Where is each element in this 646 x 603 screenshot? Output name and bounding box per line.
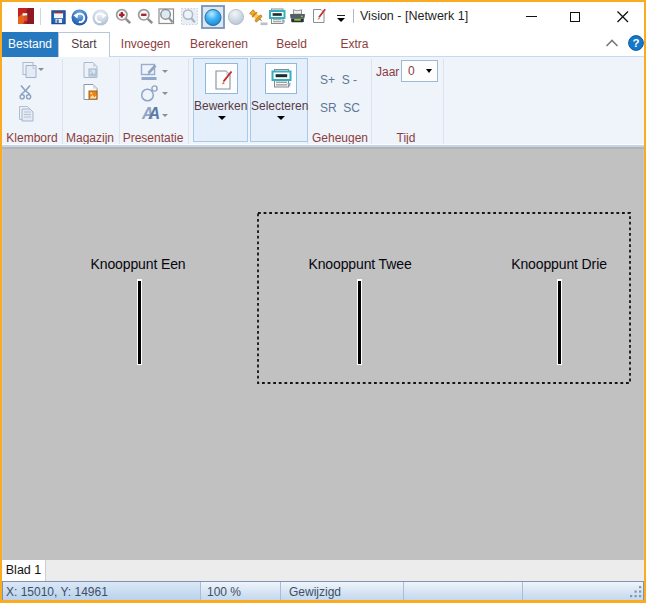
svg-text:?: ? (632, 37, 639, 49)
